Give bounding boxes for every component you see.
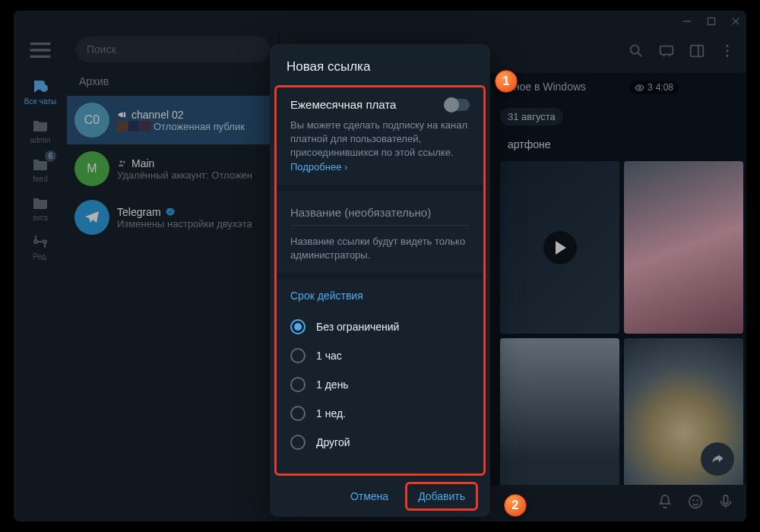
section-name: Название (необязательно) Название ссылки… (277, 191, 483, 279)
radio-icon (290, 319, 306, 334)
new-link-modal: Новая ссылка Ежемесячная плата Вы можете… (270, 44, 490, 517)
annotation-2: 2 (504, 494, 527, 517)
expire-title: Срок действия (290, 290, 470, 302)
expire-option-1hour[interactable]: 1 час (290, 341, 470, 370)
app-window: Все чаты admin 6 feed svcs Ред. (14, 11, 746, 521)
modal-body: Ежемесячная плата Вы можете сделать подп… (274, 85, 486, 476)
name-description: Название ссылки будут видеть только адми… (290, 235, 470, 262)
fee-description: Вы можете сделать подписку на канал плат… (290, 119, 470, 174)
radio-icon (290, 406, 306, 421)
section-expire: Срок действия Без ограничений 1 час 1 де… (277, 279, 483, 467)
cancel-button[interactable]: Отмена (340, 484, 399, 508)
radio-icon (290, 377, 306, 392)
expire-option-unlimited[interactable]: Без ограничений (290, 312, 470, 341)
fee-label: Ежемесячная плата (290, 98, 396, 111)
expire-option-other[interactable]: Другой (290, 428, 470, 457)
link-name-input[interactable]: Название (необязательно) (290, 201, 470, 226)
modal-footer: Отмена Добавить (270, 476, 490, 517)
learn-more-link[interactable]: Подробнее (290, 161, 347, 173)
annotation-1: 1 (495, 70, 518, 93)
fee-toggle[interactable] (444, 99, 470, 111)
radio-icon (290, 435, 306, 450)
section-fee: Ежемесячная плата Вы можете сделать подп… (277, 87, 483, 191)
modal-title: Новая ссылка (270, 44, 490, 85)
modal-overlay[interactable]: Новая ссылка Ежемесячная плата Вы можете… (14, 11, 746, 521)
expire-option-1week[interactable]: 1 нед. (290, 399, 470, 428)
expire-option-1day[interactable]: 1 день (290, 370, 470, 399)
radio-icon (290, 348, 306, 363)
add-button[interactable]: Добавить (405, 482, 478, 511)
